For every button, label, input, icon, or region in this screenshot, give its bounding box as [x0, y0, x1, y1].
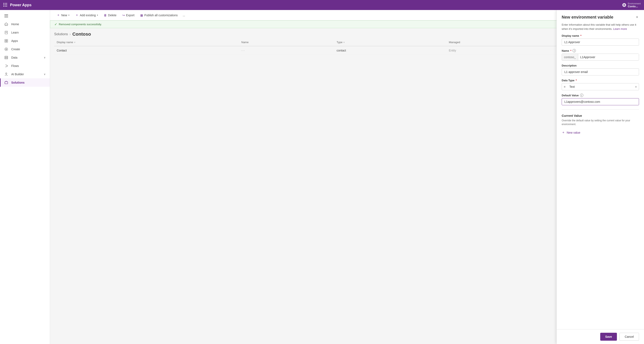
globe-icon	[622, 3, 626, 7]
sidebar-item-home-label: Home	[11, 22, 19, 26]
svg-rect-17	[5, 57, 8, 58]
sidebar-item-apps-label: Apps	[11, 39, 18, 42]
panel-header: New environment variable ×	[557, 10, 644, 23]
solutions-table: Display name ∨ Name Type ∨	[54, 38, 640, 55]
display-name-input[interactable]	[562, 38, 639, 46]
sidebar-item-learn[interactable]: Learn	[0, 28, 50, 37]
description-label: Description	[562, 64, 639, 67]
name-required: *	[570, 49, 571, 52]
description-field: Description	[562, 64, 639, 76]
add-value-plus-icon: ＋	[562, 130, 565, 135]
svg-rect-4	[4, 16, 8, 16]
breadcrumb-chevron-icon: ›	[70, 32, 71, 36]
panel-description: Enter information about this variable th…	[557, 23, 644, 34]
sidebar-item-learn-label: Learn	[11, 31, 19, 34]
col-managed[interactable]: Managed	[446, 38, 573, 46]
default-value-input[interactable]	[562, 98, 639, 105]
data-icon	[4, 56, 8, 60]
cell-dots[interactable]: ···	[239, 46, 334, 55]
svg-rect-12	[6, 41, 8, 42]
col-name[interactable]: Name	[239, 38, 334, 46]
plus-icon: ＋	[57, 13, 60, 17]
delete-button[interactable]: 🗑 Delete	[101, 12, 119, 18]
breadcrumb-parent[interactable]: Solutions	[54, 32, 68, 36]
new-label: New	[61, 14, 67, 17]
new-button[interactable]: ＋ New ▾	[54, 12, 72, 18]
description-input[interactable]	[562, 68, 639, 76]
cell-display-name[interactable]: Contact	[54, 46, 239, 55]
apps-icon	[4, 39, 8, 43]
new-chevron-icon: ▾	[68, 14, 70, 16]
name-label: Name * i	[562, 49, 639, 52]
waffle-icon[interactable]	[3, 3, 8, 7]
data-type-select[interactable]: Text Number Boolean JSON	[562, 83, 639, 90]
toolbar: ＋ New ▾ ＋ Add existing ▾ 🗑 Delete ↪ Expo…	[50, 10, 644, 20]
environment-selector[interactable]: Environment Conto...	[622, 2, 641, 8]
sidebar-item-flows-label: Flows	[11, 64, 19, 68]
svg-point-19	[6, 73, 7, 74]
learn-more-link[interactable]: Learn more	[613, 27, 627, 30]
sidebar-item-data-label: Data	[11, 56, 18, 59]
svg-rect-16	[5, 56, 8, 57]
env-label: Environment	[628, 2, 641, 5]
env-var-panel: New environment variable × Enter informa…	[556, 10, 644, 344]
sidebar-item-apps[interactable]: Apps	[0, 37, 50, 45]
sort-icon: ∨	[74, 41, 76, 43]
publish-button[interactable]: ▦ Publish all customizations	[138, 12, 180, 18]
export-icon: ↪	[122, 14, 125, 17]
panel-close-button[interactable]: ×	[635, 14, 639, 20]
table-row: Contact ··· contact Entity 🔒	[54, 46, 640, 55]
add-value-label: New value	[567, 131, 580, 134]
sidebar-item-solutions-label: Solutions	[11, 81, 24, 84]
name-field: Name * i contoso_	[562, 49, 639, 61]
export-label: Export	[126, 14, 134, 17]
home-icon	[4, 22, 8, 26]
sidebar-item-create[interactable]: Create	[0, 45, 50, 53]
data-type-label: Data Type *	[562, 79, 639, 82]
col-display-name[interactable]: Display name ∨	[54, 38, 239, 46]
panel-body: Display name * Name * i contoso_	[557, 34, 644, 329]
default-value-info-icon[interactable]: i	[580, 94, 583, 97]
panel-title: New environment variable	[562, 15, 613, 20]
ai-icon	[4, 72, 8, 76]
add-value-button[interactable]: ＋ New value	[562, 130, 580, 136]
row-actions-icon[interactable]: ···	[241, 49, 245, 52]
add-existing-button[interactable]: ＋ Add existing ▾	[73, 12, 100, 18]
name-input[interactable]	[578, 54, 639, 60]
sidebar-item-data[interactable]: Data ∨	[0, 53, 50, 62]
sidebar-item-ai-builder[interactable]: AI Builder ∨	[0, 70, 50, 78]
data-type-required: *	[576, 79, 577, 82]
data-type-select-wrapper: ≡ Text Number Boolean JSON ∨	[562, 83, 639, 90]
breadcrumb-current: Contoso	[72, 32, 91, 37]
name-info-icon[interactable]: i	[572, 49, 576, 52]
book-icon	[4, 30, 8, 34]
hamburger-icon	[4, 14, 8, 18]
svg-rect-18	[5, 58, 8, 59]
sidebar-hamburger[interactable]	[0, 12, 50, 20]
more-button[interactable]: ...	[181, 12, 187, 18]
more-icon: ...	[183, 14, 185, 17]
display-name-field: Display name *	[562, 34, 639, 46]
cancel-button[interactable]: Cancel	[620, 333, 639, 341]
svg-rect-11	[5, 41, 6, 42]
delete-label: Delete	[108, 14, 116, 17]
display-name-label: Display name *	[562, 34, 639, 37]
publish-label: Publish all customizations	[144, 14, 178, 17]
cell-type: Entity	[446, 46, 573, 55]
default-value-label: Default Value i	[562, 94, 639, 97]
svg-rect-21	[5, 82, 8, 84]
add-existing-chevron-icon: ▾	[97, 14, 98, 16]
success-banner: ✓ Removed components successfully.	[50, 20, 644, 28]
sidebar-item-ai-builder-label: AI Builder	[11, 72, 24, 76]
sidebar-item-home[interactable]: Home	[0, 20, 50, 28]
display-name-required: *	[580, 34, 582, 37]
svg-rect-10	[6, 40, 8, 41]
sidebar-item-solutions[interactable]: Solutions	[0, 78, 50, 87]
save-button[interactable]: Save	[600, 333, 617, 341]
sidebar-item-flows[interactable]: Flows	[0, 62, 50, 70]
add-existing-label: Add existing	[80, 14, 96, 17]
col-type[interactable]: Type ∨	[334, 38, 446, 46]
check-icon: ✓	[54, 22, 57, 26]
app-title: Power Apps	[10, 3, 32, 7]
export-button[interactable]: ↪ Export	[120, 12, 137, 18]
